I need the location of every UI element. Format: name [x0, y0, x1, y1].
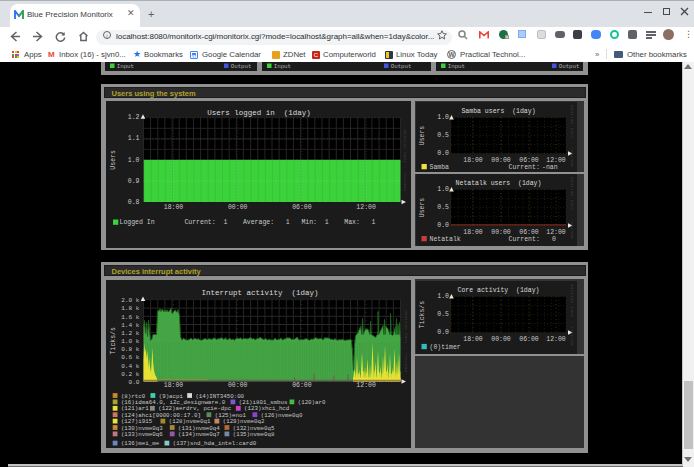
svg-text:(126)nvme0q0: (126)nvme0q0 — [260, 411, 302, 418]
svg-text:1.6 k: 1.6 k — [121, 313, 140, 320]
svg-text:RRDTOOL / TOBI OETIKER: RRDTOOL / TOBI OETIKER — [570, 283, 574, 345]
svg-text:RRDTOOL / TOBI OETIKER: RRDTOOL / TOBI OETIKER — [570, 104, 574, 166]
svg-text:18:00: 18:00 — [463, 157, 483, 164]
svg-text:Samba users (1day): Samba users (1day) — [461, 108, 535, 115]
svg-text:RRDTOOL / TOBI OETIKER: RRDTOOL / TOBI OETIKER — [403, 309, 407, 371]
svg-text:0.8: 0.8 — [127, 199, 139, 206]
svg-text:06:00: 06:00 — [292, 382, 312, 389]
svg-text:Netatalk: Netatalk — [430, 236, 461, 243]
svg-text:0.9: 0.9 — [127, 178, 139, 185]
svg-text:0.0: 0.0 — [437, 222, 449, 229]
svg-text:12:00: 12:00 — [356, 382, 376, 389]
svg-text:12:00: 12:00 — [356, 203, 376, 210]
svg-text:0.8 k: 0.8 k — [121, 346, 140, 353]
svg-text:Current:: Current: — [509, 236, 540, 243]
svg-text:1.0: 1.0 — [127, 156, 139, 163]
svg-text:1.2 k: 1.2 k — [121, 329, 140, 336]
svg-text:Current: 1 Average: 1: Current: 1 Average: 1 Min: 1 Max: 1 — [184, 219, 375, 226]
svg-text:Output: Output — [231, 63, 252, 70]
svg-text:0: 0 — [552, 236, 556, 243]
svg-text:1.4 k: 1.4 k — [121, 321, 140, 328]
svg-text:(134)nvme0q7: (134)nvme0q7 — [178, 430, 220, 437]
svg-text:Netatalk users (1day): Netatalk users (1day) — [456, 180, 542, 187]
svg-text:-nan: -nan — [542, 164, 558, 171]
svg-text:Logged In: Logged In — [119, 219, 154, 226]
svg-text:Interrupt activity (1day): Interrupt activity (1day) — [201, 288, 318, 296]
svg-text:0.0: 0.0 — [437, 150, 449, 157]
svg-text:06:00: 06:00 — [519, 229, 539, 236]
svg-text:RRDTOOL / TOBI OETIKER: RRDTOOL / TOBI OETIKER — [570, 176, 574, 238]
svg-text:1.0: 1.0 — [437, 114, 449, 121]
svg-text:RRDTOOL / TOBI OETIKER: RRDTOOL / TOBI OETIKER — [403, 128, 407, 190]
svg-text:0.2 k: 0.2 k — [121, 370, 140, 377]
svg-text:00:00: 00:00 — [491, 336, 511, 343]
svg-text:18:00: 18:00 — [463, 229, 483, 236]
svg-text:Core activity (1day): Core activity (1day) — [458, 287, 540, 294]
svg-text:Current:: Current: — [509, 164, 540, 171]
svg-text:06:00: 06:00 — [519, 157, 539, 164]
svg-text:1.2: 1.2 — [127, 114, 139, 121]
svg-text:0.0: 0.0 — [437, 329, 449, 336]
svg-text:18:00: 18:00 — [163, 203, 183, 210]
svg-text:2.0 k: 2.0 k — [121, 297, 140, 304]
svg-text:0.5: 0.5 — [437, 311, 449, 318]
svg-text:18:00: 18:00 — [163, 382, 183, 389]
svg-text:(0)timer: (0)timer — [430, 344, 461, 351]
svg-text:Users logged in (1day): Users logged in (1day) — [207, 109, 311, 117]
svg-text:0.0: 0.0 — [128, 378, 139, 385]
svg-text:1.1: 1.1 — [127, 135, 139, 142]
svg-text:12:00: 12:00 — [546, 157, 566, 164]
svg-text:Samba: Samba — [430, 164, 450, 171]
svg-text:Output: Output — [559, 63, 580, 70]
svg-text:0.6 k: 0.6 k — [121, 354, 140, 361]
svg-text:0.5: 0.5 — [437, 132, 449, 139]
svg-text:(135)nvme0q8: (135)nvme0q8 — [232, 430, 274, 437]
svg-text:0.4 k: 0.4 k — [121, 362, 140, 369]
svg-text:1.8 k: 1.8 k — [121, 305, 140, 312]
svg-text:Input: Input — [274, 63, 291, 70]
svg-text:12:00: 12:00 — [546, 336, 566, 343]
svg-text:1.0: 1.0 — [437, 186, 449, 193]
svg-text:06:00: 06:00 — [292, 203, 312, 210]
svg-text:Users: Users — [110, 150, 117, 170]
svg-text:(120)ar0: (120)ar0 — [297, 398, 325, 405]
svg-text:1.0 k: 1.0 k — [121, 338, 140, 345]
svg-text:00:00: 00:00 — [491, 229, 511, 236]
svg-text:00:00: 00:00 — [227, 382, 247, 389]
svg-text:00:00: 00:00 — [227, 203, 247, 210]
svg-text:18:00: 18:00 — [463, 336, 483, 343]
svg-text:Output: Output — [391, 63, 412, 70]
svg-text:(133)nvme0q6: (133)nvme0q6 — [120, 430, 162, 437]
svg-text:(137)snd_hda_intel:card0: (137)snd_hda_intel:card0 — [172, 440, 256, 447]
svg-text:Input: Input — [117, 63, 134, 70]
svg-text:1.0: 1.0 — [437, 293, 449, 300]
svg-text:Input: Input — [448, 63, 465, 70]
svg-text:0.5: 0.5 — [437, 204, 449, 211]
svg-text:(136)mei_me: (136)mei_me — [120, 440, 159, 447]
svg-text:Users: Users — [419, 198, 426, 218]
svg-text:Users: Users — [419, 125, 426, 145]
svg-text:12:00: 12:00 — [546, 229, 566, 236]
svg-text:Ticks/s: Ticks/s — [419, 300, 426, 327]
svg-text:Ticks/s: Ticks/s — [110, 327, 117, 354]
svg-text:00:00: 00:00 — [491, 157, 511, 164]
svg-text:06:00: 06:00 — [519, 336, 539, 343]
